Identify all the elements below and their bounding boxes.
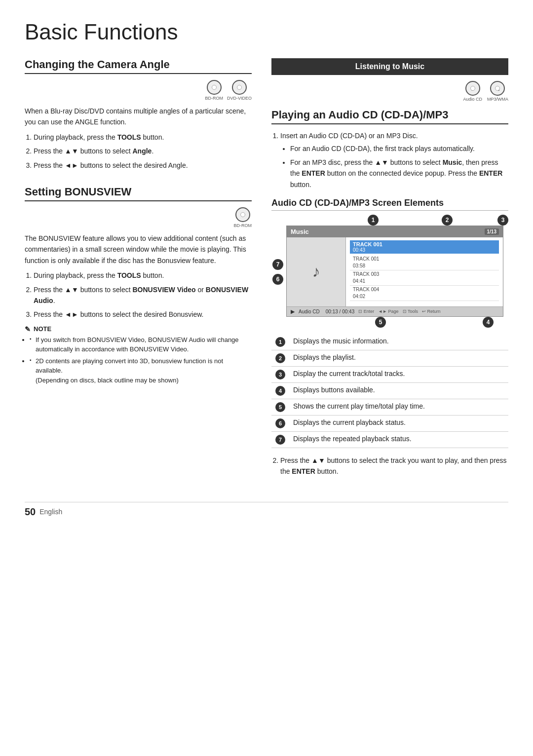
callout-2: 2 [442, 215, 453, 226]
note-item-2: 2D contents are playing convert into 3D,… [30, 356, 252, 385]
desc-text-2: Displays the playlist. [289, 350, 508, 366]
callout-5: 5 [375, 317, 386, 328]
cd-label: Audio CD [299, 309, 320, 314]
desc-row-5: 5 Shows the current play time/total play… [271, 399, 508, 415]
desc-num-6: 6 [275, 418, 285, 428]
camera-intro: When a Blu-ray Disc/DVD contains multipl… [25, 106, 252, 128]
bonusview-step-3: Press the ◄► buttons to select the desir… [34, 309, 252, 320]
page-title: Basic Functions [25, 20, 508, 44]
mp3-wma-icon: ♫ MP3/WMA [487, 81, 508, 102]
screen-music-label: Music [291, 228, 309, 235]
footer-controls: ⊡ Enter ◄► Page ⊡ Tools ↩ Return [358, 309, 440, 314]
desc-num-4: 4 [275, 386, 285, 396]
callout-1: 1 [368, 215, 379, 226]
bd-rom-icon: ⊕ BD-ROM [205, 80, 223, 101]
callout-6: 6 [272, 274, 283, 285]
track-item-3: TRACK 00404:02 [350, 286, 499, 301]
desc-num-3: 3 [275, 370, 285, 379]
page-number: 50 [25, 506, 36, 518]
description-table: 1 Displays the music information. 2 Disp… [271, 334, 508, 448]
note-item-1: If you switch from BONUSVIEW Video, BONU… [30, 335, 252, 354]
track-badge: 1/13 [485, 228, 499, 235]
note-pencil-icon: ✎ [25, 325, 31, 333]
bonusview-step-1: During playback, press the TOOLS button. [34, 270, 252, 281]
bonusview-intro: The BONUSVIEW feature allows you to view… [25, 233, 252, 266]
camera-step-2: Press the ▲▼ buttons to select Angle. [34, 146, 252, 156]
desc-num-1: 1 [275, 337, 285, 347]
bullet-2: For an MP3 disc, press the ▲▼ buttons to… [290, 157, 508, 190]
camera-step-1: During playback, press the TOOLS button. [34, 132, 252, 143]
section-heading-audio-cd: Playing an Audio CD (CD-DA)/MP3 [271, 109, 508, 124]
dvd-video-icon: ⊕ DVD-VIDEO [227, 80, 252, 101]
track-item-2: TRACK 00304:41 [350, 270, 499, 286]
desc-text-7: Displays the repeated playback status. [289, 431, 508, 448]
current-track-time: 00:43 [353, 247, 496, 253]
callout-3: 3 [497, 215, 508, 226]
desc-text-4: Displays buttons available. [289, 382, 508, 399]
listening-header: Listening to Music [271, 58, 508, 75]
desc-text-5: Shows the current play time/total play t… [289, 399, 508, 415]
bullet-1: For an Audio CD (CD-DA), the first track… [290, 143, 508, 154]
page-language: English [39, 508, 62, 516]
callout-4: 4 [483, 317, 494, 328]
track-list: TRACK 001 00:43 TRACK 00103:58 TRACK 003… [346, 237, 503, 306]
audio-cd-icon: ♪ Audio CD [463, 81, 482, 102]
camera-step-3: Press the ◄► buttons to select the desir… [34, 160, 252, 171]
desc-num-7: 7 [275, 435, 285, 445]
desc-row-4: 4 Displays buttons available. [271, 382, 508, 399]
desc-row-3: 3 Display the current track/total tracks… [271, 366, 508, 382]
music-screen: Music 1/13 ♪ TRACK 001 00:43 TRACK 00103… [286, 226, 503, 317]
current-track-name: TRACK 001 [353, 241, 496, 247]
audio-step-2: Press the ▲▼ buttons to select the track… [280, 455, 508, 477]
play-icon: ▶ [291, 308, 295, 315]
audio-step-1: Insert an Audio CD (CD-DA) or an MP3 Dis… [280, 130, 508, 190]
bonusview-bd-rom-icon: ⊕ BD-ROM [234, 207, 252, 228]
desc-text-6: Displays the current playback status. [289, 415, 508, 431]
screen-elements-heading: Audio CD (CD-DA)/MP3 Screen Elements [271, 198, 508, 211]
playback-time: 00:13 / 00:43 [326, 309, 354, 314]
desc-num-5: 5 [275, 402, 285, 412]
desc-text-3: Display the current track/total tracks. [289, 366, 508, 382]
desc-text-1: Displays the music information. [289, 334, 508, 350]
desc-row-1: 1 Displays the music information. [271, 334, 508, 350]
desc-row-6: 6 Displays the current playback status. [271, 415, 508, 431]
track-item-1: TRACK 00103:58 [350, 255, 499, 270]
desc-num-2: 2 [275, 353, 285, 363]
desc-row-7: 7 Displays the repeated playback status. [271, 431, 508, 448]
screen-footer: ▶ Audio CD 00:13 / 00:43 ⊡ Enter ◄► Page… [287, 306, 503, 316]
section-heading-bonusview: Setting BONUSVIEW [25, 186, 252, 201]
callout-7: 7 [272, 259, 283, 270]
music-note-icon: ♪ [287, 237, 346, 306]
note-header: ✎ NOTE [25, 325, 252, 333]
bonusview-step-2: Press the ▲▼ buttons to select BONUSVIEW… [34, 284, 252, 306]
desc-row-2: 2 Displays the playlist. [271, 350, 508, 366]
section-heading-camera: Changing the Camera Angle [25, 58, 252, 74]
